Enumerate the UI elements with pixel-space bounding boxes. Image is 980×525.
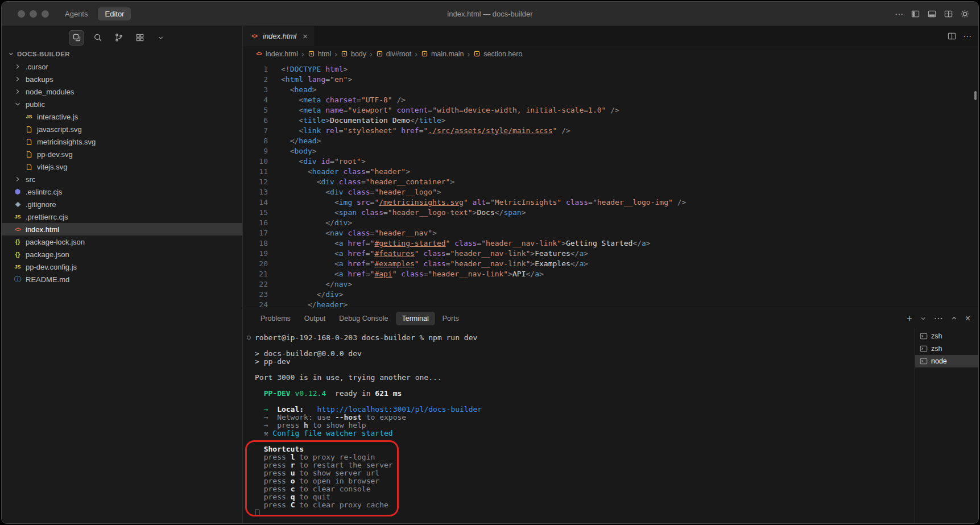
code-editor[interactable]: 1<!DOCTYPE html>2<html lang="en">3 <head… [243,61,978,308]
minimize-window-button[interactable] [30,10,37,18]
breadcrumb-label: html [318,50,332,58]
chevron-down-icon[interactable] [153,30,168,46]
customize-layout-icon[interactable] [944,10,953,18]
file-.prettierrc.cjs[interactable]: JS.prettierrc.cjs [2,210,242,223]
file-interactive.js[interactable]: JSinteractive.js [2,110,242,123]
panel-more-icon[interactable]: ⋯ [934,314,943,323]
symbol-icon [341,50,348,57]
extensions-icon[interactable] [132,30,147,46]
folder-src[interactable]: src [2,173,242,185]
explorer-section-header[interactable]: DOCS-BUILDER [2,49,242,60]
code-line-19[interactable]: 19 <a href="#features" class="header__na… [243,249,978,259]
split-editor-icon[interactable] [948,32,956,40]
tree-item-label: javascript.svg [37,125,82,134]
source-control-icon[interactable] [111,30,126,46]
folder-backups[interactable]: backups [2,73,242,85]
terminal-session-node-3[interactable]: node [915,355,978,367]
more-actions-icon[interactable]: ⋯ [895,10,903,18]
file-index.html[interactable]: <>index.html [2,223,242,235]
file-pp-dev.config.js[interactable]: JSpp-dev.config.js [2,261,242,273]
code-line-18[interactable]: 18 <a href="#getting-started" class="hea… [243,238,978,249]
session-label: zsh [931,332,942,340]
editor-more-icon[interactable]: ⋯ [963,32,971,40]
maximize-panel-icon[interactable] [950,315,958,322]
code-line-1[interactable]: 1<!DOCTYPE html> [243,64,978,75]
code-line-20[interactable]: 20 <a href="#examples" class="header__na… [243,259,978,269]
breadcrumb-item-body[interactable]: body [341,50,366,58]
breadcrumb-item-section.hero[interactable]: section.hero [473,50,522,58]
terminal-session-zsh-1[interactable]: zsh [915,330,978,342]
code-line-17[interactable]: 17 <nav class="header__nav"> [243,228,978,238]
panel-tab-terminal[interactable]: Terminal [396,312,435,325]
new-terminal-icon[interactable]: + [907,314,912,323]
breadcrumb-item-html[interactable]: html [308,50,332,58]
settings-gear-icon[interactable] [961,10,969,18]
code-line-14[interactable]: 14 <img src="/metricinsights.svg" alt="M… [243,197,978,208]
session-label: node [931,357,947,365]
folder-node_modules[interactable]: node_modules [2,85,242,98]
code-line-24[interactable]: 24 </header> [243,300,978,308]
close-window-button[interactable] [18,10,25,18]
terminal[interactable]: robert@ip-192-168-0-203 docs-builder % n… [243,328,915,523]
line-number: 24 [243,300,268,308]
code-line-10[interactable]: 10 <div id="root"> [243,156,978,167]
folder-public[interactable]: public [2,98,242,110]
file-.gitignore[interactable]: .gitignore [2,198,242,210]
search-icon[interactable] [90,30,105,46]
code-line-11[interactable]: 11 <header class="header"> [243,167,978,177]
code-line-15[interactable]: 15 <span class="header__logo-text">Docs<… [243,208,978,218]
terminal-session-zsh-2[interactable]: zsh [915,342,978,355]
code-line-16[interactable]: 16 </div> [243,218,978,228]
editor-tab-index-html[interactable]: <> index.html × [243,26,315,46]
window-controls [18,10,49,18]
explorer-icon[interactable] [69,30,84,46]
code-line-22[interactable]: 22 </nav> [243,279,978,290]
code-line-5[interactable]: 5 <meta name="viewport" content="width=d… [243,105,978,115]
toggle-panel-icon[interactable] [928,10,936,18]
file-pp-dev.svg[interactable]: pp-dev.svg [2,148,242,160]
file-.eslintrc.cjs[interactable]: .eslintrc.cjs [2,185,242,198]
toggle-sidebar-icon[interactable] [911,10,920,18]
panel-tab-debug-console[interactable]: Debug Console [333,312,394,325]
file-README.md[interactable]: ⓘREADME.md [2,273,242,286]
chevron-right-icon [13,75,22,84]
scrollbar-thumb[interactable] [974,91,977,100]
code-line-21[interactable]: 21 <a href="#api" class="header__nav-lin… [243,269,978,279]
code-line-7[interactable]: 7 <link rel="stylesheet" href="./src/ass… [243,126,978,136]
code-line-2[interactable]: 2<html lang="en"> [243,75,978,85]
file-vitejs.svg[interactable]: vitejs.svg [2,160,242,173]
breadcrumb-item-index.html[interactable]: <>index.html [255,50,298,58]
maximize-window-button[interactable] [42,10,49,18]
breadcrumb-item-div#root[interactable]: div#root [376,50,411,58]
titlebar-tab-editor[interactable]: Editor [98,7,131,20]
code-line-6[interactable]: 6 <title>Documentation Demo</title> [243,115,978,126]
file-javascript.svg[interactable]: javascript.svg [2,123,242,135]
code-line-13[interactable]: 13 <div class="header__logo"> [243,187,978,197]
line-number: 1 [243,64,268,75]
line-number: 9 [243,146,268,156]
breadcrumb-item-main.main[interactable]: main.main [421,50,464,58]
file-package-lock.json[interactable]: {}package-lock.json [2,235,242,248]
symbol-icon [376,50,383,57]
code-line-8[interactable]: 8 </head> [243,136,978,146]
file-package.json[interactable]: {}package.json [2,248,242,261]
panel-tab-output[interactable]: Output [298,312,332,325]
svg-file-icon [24,163,34,171]
folder-.cursor[interactable]: .cursor [2,60,242,73]
terminal-line-21: press q to quit [255,493,915,501]
command-decoration-icon[interactable] [247,336,251,340]
code-line-12[interactable]: 12 <div class="header__container"> [243,177,978,187]
code-line-9[interactable]: 9 <body> [243,146,978,156]
titlebar-tab-agents[interactable]: Agents [58,7,94,20]
terminal-dropdown-icon[interactable] [920,315,927,322]
file-metricinsights.svg[interactable]: metricinsights.svg [2,135,242,148]
close-panel-icon[interactable]: × [965,314,970,323]
editor-tabbar: <> index.html × ⋯ [243,26,978,46]
code-line-3[interactable]: 3 <head> [243,85,978,95]
code-line-4[interactable]: 4 <meta charset="UTF-8" /> [243,95,978,105]
panel-tab-ports[interactable]: Ports [436,312,465,325]
line-number: 8 [243,136,268,146]
panel-tab-problems[interactable]: Problems [254,312,297,325]
close-tab-icon[interactable]: × [303,31,308,41]
code-line-23[interactable]: 23 </div> [243,290,978,300]
